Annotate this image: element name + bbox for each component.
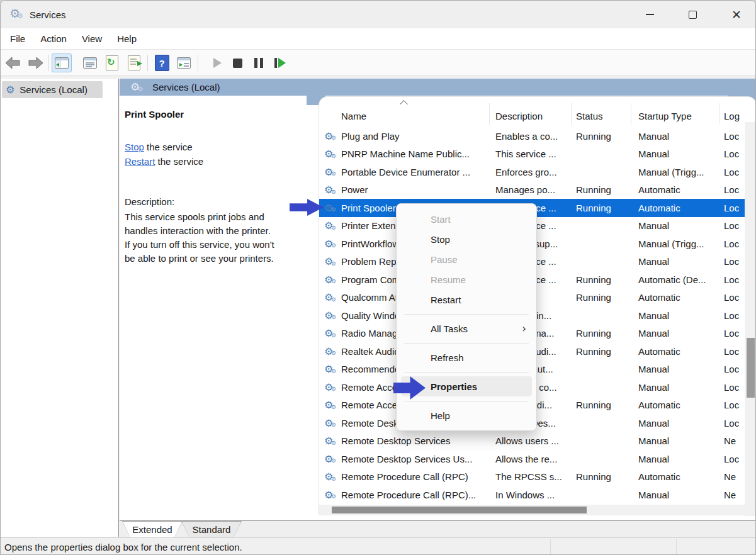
show-console-tree-button[interactable]: [52, 53, 72, 72]
maximize-button[interactable]: [674, 1, 711, 28]
service-logon-as: Loc: [724, 199, 745, 217]
close-button[interactable]: ✕: [718, 1, 755, 28]
service-status: Running: [576, 271, 635, 289]
service-description-cell: In Windows ...: [495, 486, 573, 504]
vertical-scrollbar[interactable]: [745, 122, 756, 516]
properties-toolbar-button[interactable]: [80, 53, 100, 72]
service-gear-icon: ⚙⚙: [324, 306, 339, 325]
minimize-button[interactable]: [631, 1, 668, 28]
service-status: Running: [576, 325, 635, 343]
tab-standard[interactable]: Standard: [181, 521, 242, 537]
service-startup-type: Manual: [638, 450, 721, 468]
menu-view[interactable]: View: [74, 28, 110, 49]
stop-service-icon: [233, 59, 242, 68]
horizontal-scrollbar-thumb[interactable]: [332, 507, 587, 513]
service-gear-icon: ⚙⚙: [324, 217, 339, 235]
table-row[interactable]: ⚙⚙Plug and PlayEnables a co...RunningMan…: [319, 127, 745, 145]
table-row[interactable]: ⚙⚙Remote Desktop Services Us...Allows th…: [319, 450, 745, 468]
service-gear-icon: ⚙⚙: [324, 127, 339, 145]
status-bar-divider: [676, 539, 677, 555]
service-startup-type: Automatic: [638, 181, 721, 199]
help-button[interactable]: ?: [152, 53, 172, 72]
restart-service-link[interactable]: Restart: [125, 156, 155, 167]
table-row[interactable]: ⚙⚙PowerManages po...RunningAutomaticLoc: [319, 181, 745, 199]
column-header-startup[interactable]: Startup Type: [638, 107, 692, 125]
service-logon-as: Loc: [724, 163, 745, 181]
service-status: [576, 450, 635, 468]
start-service-button[interactable]: [207, 53, 227, 72]
service-logon-as: Loc: [724, 217, 745, 235]
service-logon-as: Loc: [724, 325, 745, 343]
column-divider[interactable]: [489, 103, 490, 125]
service-logon-as: Loc: [724, 396, 745, 415]
menu-bar: File Action View Help: [1, 28, 756, 50]
service-status: [576, 432, 635, 451]
service-startup-type: Manual: [638, 486, 721, 504]
service-gear-icon: ⚙⚙: [324, 199, 339, 217]
table-row[interactable]: ⚙⚙Remote Desktop ServicesAllows users ..…: [319, 432, 745, 451]
service-startup-type: Automatic: [638, 289, 721, 307]
service-logon-as: Loc: [724, 414, 745, 432]
table-row[interactable]: ⚙⚙PNRP Machine Name Public...This servic…: [319, 145, 745, 164]
show-action-pane-button[interactable]: [174, 53, 194, 72]
table-row[interactable]: ⚙⚙Remote Procedure Call (RPC)...In Windo…: [319, 486, 745, 504]
service-name: Portable Device Enumerator ...: [341, 163, 488, 181]
horizontal-scrollbar[interactable]: [319, 505, 745, 515]
menu-help[interactable]: Help: [110, 28, 144, 49]
service-status: Running: [576, 396, 635, 415]
menu-item-restart[interactable]: Restart: [397, 289, 536, 310]
service-gear-icon: ⚙⚙: [324, 414, 339, 432]
service-gear-icon: ⚙⚙: [324, 163, 339, 181]
service-startup-type: Manual: [638, 361, 721, 379]
sidebar-item-services-local[interactable]: ⚙ Services (Local): [2, 81, 103, 98]
service-logon-as: Loc: [724, 127, 745, 145]
tab-extended[interactable]: Extended: [122, 521, 183, 537]
column-divider[interactable]: [571, 103, 572, 125]
table-row[interactable]: ⚙⚙Portable Device Enumerator ...Enforces…: [319, 163, 745, 181]
pause-service-button[interactable]: [249, 53, 269, 72]
service-gear-icon: ⚙⚙: [324, 432, 339, 451]
column-header-description[interactable]: Description: [495, 107, 543, 125]
service-name: Remote Procedure Call (RPC)...: [341, 486, 488, 504]
menu-action[interactable]: Action: [33, 28, 74, 49]
menu-item-all-tasks[interactable]: All Tasks›: [397, 318, 536, 339]
column-header-name[interactable]: Name: [341, 107, 366, 125]
table-row[interactable]: ⚙⚙Remote Procedure Call (RPC)The RPCSS s…: [319, 468, 745, 486]
service-gear-icon: ⚙⚙: [324, 450, 339, 468]
menu-item-refresh[interactable]: Refresh: [397, 347, 536, 367]
stop-service-button[interactable]: [227, 53, 247, 72]
service-logon-as: Ne: [724, 486, 745, 504]
close-icon: ✕: [731, 9, 742, 21]
column-header-logon[interactable]: Log: [724, 107, 740, 125]
sort-ascending-icon: [400, 100, 408, 108]
export-list-button[interactable]: [124, 53, 144, 72]
refresh-button[interactable]: ↻: [102, 53, 122, 72]
stop-service-link[interactable]: Stop: [125, 142, 144, 152]
service-status: [576, 414, 635, 432]
service-gear-icon: ⚙⚙: [324, 271, 339, 289]
menu-file[interactable]: File: [1, 28, 33, 49]
service-startup-type: Manual: [638, 217, 721, 235]
tab-standard-label: Standard: [181, 521, 242, 537]
service-startup-type: Automatic (De...: [638, 271, 721, 289]
menu-item-stop[interactable]: Stop: [397, 229, 536, 249]
menu-item-help[interactable]: Help: [397, 405, 536, 425]
forward-button[interactable]: [26, 53, 46, 72]
service-status: [576, 145, 635, 164]
column-divider[interactable]: [719, 103, 719, 125]
vertical-scrollbar-thumb[interactable]: [747, 338, 755, 398]
service-logon-as: Loc: [724, 145, 745, 164]
service-startup-type: Manual: [638, 378, 721, 396]
menu-item-pause: Pause: [397, 249, 536, 269]
service-status: Running: [576, 127, 635, 145]
back-button[interactable]: [3, 53, 23, 72]
service-status: Running: [576, 199, 635, 217]
show-action-pane-icon: [177, 57, 191, 69]
service-description: This service spools print jobs and handl…: [125, 210, 315, 266]
service-startup-type: Manual: [638, 414, 721, 432]
column-header-status[interactable]: Status: [576, 107, 603, 125]
restart-service-button[interactable]: [270, 53, 290, 72]
sidebar-item-label: Services (Local): [20, 84, 87, 95]
menu-separator: [397, 367, 536, 376]
column-divider[interactable]: [631, 103, 631, 125]
